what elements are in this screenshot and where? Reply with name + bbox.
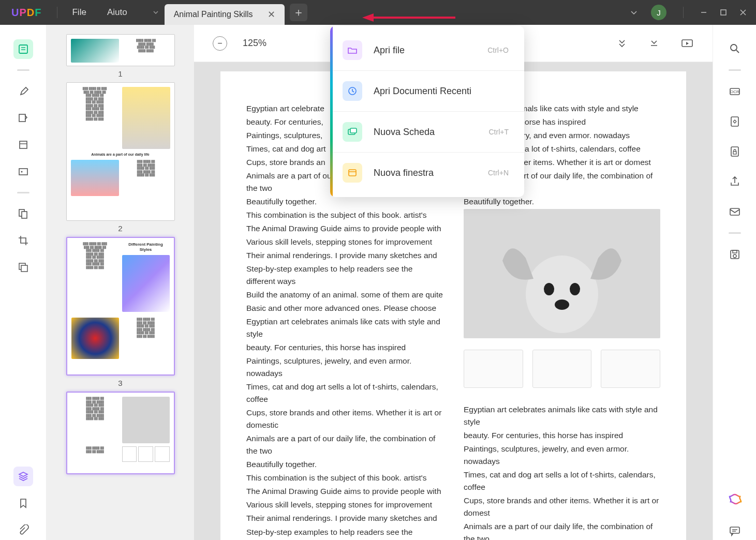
svg-rect-7: [19, 114, 25, 122]
attachment-button[interactable]: [13, 520, 33, 540]
jump-bottom-icon[interactable]: [648, 38, 660, 49]
comment-icon[interactable]: [725, 521, 744, 540]
crop-button[interactable]: [13, 231, 33, 250]
app-logo: UPDF: [0, 7, 53, 19]
titlebar: UPDF File Aiuto Animal Painting Skills ✕…: [0, 0, 756, 25]
svg-text:OCR: OCR: [730, 89, 739, 94]
dropdown-item[interactable]: Apri file Ctrl+O: [330, 30, 524, 71]
svg-rect-10: [19, 169, 27, 175]
window-close[interactable]: [739, 9, 747, 16]
svg-rect-8: [20, 141, 27, 148]
zoom-out-button[interactable]: −: [213, 36, 227, 51]
thumbnail-panel[interactable]: ████ ████ ██████ ████████ ██ ███████ ███…: [47, 25, 194, 540]
organize-pages-button[interactable]: [13, 204, 33, 223]
annotate-button[interactable]: [13, 81, 33, 101]
page-tools-button[interactable]: [13, 135, 33, 155]
dropdown-item[interactable]: Nuova finestra Ctrl+N: [330, 153, 524, 193]
new-tab-dropdown: Apri file Ctrl+O Apri Documenti Recenti …: [330, 26, 524, 197]
svg-point-11: [21, 171, 22, 173]
presentation-icon[interactable]: [680, 38, 694, 49]
window-new-icon: [343, 163, 362, 183]
protect-icon[interactable]: [725, 142, 744, 161]
thumbnail-page-2[interactable]: ███ ████ ██ ██████ ██ ████ █████ ████ ██…: [66, 82, 175, 233]
layers-button[interactable]: [13, 467, 33, 486]
svg-rect-4: [19, 45, 27, 53]
convert-icon[interactable]: [725, 112, 744, 131]
ocr-icon[interactable]: OCR: [725, 82, 744, 101]
clock-icon: [343, 81, 362, 101]
svg-point-17: [526, 256, 598, 333]
new-tab-button[interactable]: ＋: [290, 4, 307, 21]
menu-help[interactable]: Aiuto: [97, 7, 138, 18]
tab-new-icon: [343, 122, 362, 142]
thumbnail-page-4[interactable]: ███ ████ █████ ██ ████████ ██ ██████ ███…: [66, 392, 175, 474]
save-icon[interactable]: [725, 245, 744, 264]
right-sidebar: OCR: [713, 25, 756, 540]
sketch-3: [601, 350, 660, 388]
tab-title: Animal Painting Skills: [174, 10, 253, 19]
ai-assistant-icon[interactable]: [725, 491, 744, 510]
dog-photo-placeholder: [464, 209, 660, 338]
annotation-arrow: [362, 12, 455, 23]
bookmark-button[interactable]: [13, 493, 33, 513]
window-minimize[interactable]: [700, 9, 707, 16]
sketch-2: [532, 350, 592, 388]
thumbnail-page-3[interactable]: ███ ████ ██ ██████ ██ ████ █████ ████ ██…: [66, 237, 175, 387]
svg-marker-1: [362, 13, 374, 22]
reader-mode-button[interactable]: [13, 39, 33, 59]
scroll-mode-icon[interactable]: [616, 38, 628, 49]
svg-rect-32: [730, 527, 739, 533]
folder-open-icon: [343, 40, 362, 60]
dropdown-item[interactable]: Apri Documenti Recenti: [330, 71, 524, 112]
svg-point-21: [731, 44, 737, 51]
user-avatar[interactable]: J: [651, 5, 666, 20]
svg-point-20: [555, 299, 569, 310]
svg-rect-25: [731, 117, 738, 126]
document-tab[interactable]: Animal Painting Skills ✕: [165, 4, 285, 25]
form-button[interactable]: [13, 162, 33, 182]
watermark-button[interactable]: [13, 258, 33, 277]
edit-text-button[interactable]: [13, 108, 33, 128]
svg-rect-38: [349, 170, 356, 176]
chevron-down-icon[interactable]: [629, 8, 639, 17]
svg-point-31: [733, 254, 736, 258]
window-maximize[interactable]: [720, 9, 727, 16]
svg-point-19: [570, 283, 580, 295]
svg-rect-28: [730, 208, 739, 215]
email-icon[interactable]: [725, 202, 744, 221]
svg-point-18: [544, 283, 554, 295]
zoom-value: 125%: [243, 38, 266, 49]
svg-line-22: [736, 50, 739, 53]
thumbnail-page-1[interactable]: ████ ████ ██████ ████████ ██ ███████ ███…: [66, 34, 175, 78]
tab-close-icon[interactable]: ✕: [268, 9, 275, 20]
sketch-1: [464, 350, 523, 388]
left-sidebar: [0, 25, 47, 540]
svg-rect-15: [21, 265, 27, 272]
svg-rect-13: [22, 212, 27, 218]
sketch-row: [464, 350, 660, 388]
share-icon[interactable]: [725, 172, 744, 191]
svg-rect-27: [733, 152, 736, 154]
tab-list-dropdown[interactable]: [147, 4, 165, 21]
menu-file[interactable]: File: [62, 7, 96, 18]
dropdown-item[interactable]: Nuova Scheda Ctrl+T: [330, 112, 524, 153]
svg-rect-3: [721, 10, 726, 15]
svg-rect-37: [350, 128, 357, 133]
search-icon[interactable]: [725, 39, 744, 58]
